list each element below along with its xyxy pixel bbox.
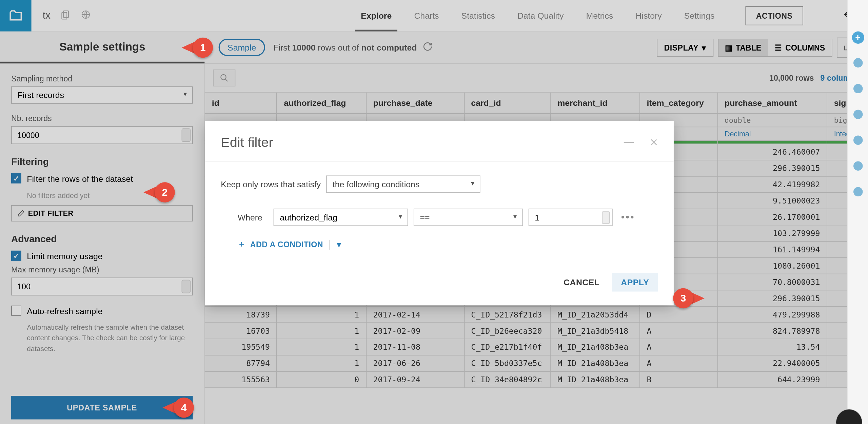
- view-table-button[interactable]: ▦TABLE: [718, 39, 768, 56]
- close-icon[interactable]: ✕: [650, 136, 658, 149]
- limit-memory-checkbox[interactable]: [11, 251, 21, 261]
- col-header[interactable]: merchant_id: [551, 93, 640, 114]
- grid-icon: ▦: [725, 43, 732, 52]
- col-header[interactable]: purchase_amount: [717, 93, 827, 114]
- svg-point-5: [853, 84, 863, 93]
- sample-info: First 10000 rows out of not computed: [273, 43, 417, 52]
- pencil-icon: [17, 210, 24, 217]
- search-icon: [220, 74, 229, 82]
- table-row[interactable]: 15556302017-09-24C_ID_34e804892cM_ID_21a…: [205, 371, 867, 388]
- chevron-down-icon[interactable]: ▾: [337, 240, 341, 249]
- callout-4: 4: [162, 398, 194, 418]
- tab-statistics[interactable]: Statistics: [461, 0, 495, 31]
- tab-settings[interactable]: Settings: [684, 0, 715, 31]
- limit-memory-label: Limit memory usage: [27, 251, 102, 261]
- filter-rows-checkbox[interactable]: [11, 173, 21, 184]
- col-header[interactable]: authorized_flag: [277, 93, 366, 114]
- display-button[interactable]: DISPLAY▾: [657, 38, 713, 56]
- filter-column-select[interactable]: authorized_flag: [274, 209, 408, 226]
- col-header[interactable]: purchase_date: [366, 93, 464, 114]
- dataset-name: tx: [43, 9, 51, 21]
- rail-clock-icon[interactable]: [851, 159, 865, 173]
- svg-point-9: [853, 187, 863, 197]
- tab-data-quality[interactable]: Data Quality: [517, 0, 564, 31]
- rail-list-icon[interactable]: [851, 82, 865, 95]
- col-type: double: [717, 114, 827, 127]
- sample-pill[interactable]: Sample: [219, 39, 265, 56]
- globe-icon[interactable]: [81, 9, 91, 21]
- tab-metrics[interactable]: Metrics: [586, 0, 613, 31]
- sampling-method-select[interactable]: First records: [11, 86, 193, 104]
- view-columns-button[interactable]: ☰COLUMNS: [768, 39, 832, 56]
- svg-point-3: [221, 75, 226, 80]
- value-spinner[interactable]: [602, 211, 610, 224]
- advanced-heading: Advanced: [11, 234, 193, 245]
- sample-settings-sidebar: Sampling method First records Nb. record…: [0, 64, 204, 424]
- edit-filter-modal: Edit filter — ✕ Keep only rows that sati…: [205, 121, 674, 305]
- max-memory-spinner[interactable]: [182, 280, 191, 293]
- modal-title: Edit filter: [221, 135, 273, 150]
- tab-charts[interactable]: Charts: [414, 0, 439, 31]
- col-header[interactable]: card_id: [464, 93, 551, 114]
- panel-title: Sample settings: [59, 40, 145, 53]
- auto-refresh-label: Auto-refresh sample: [27, 306, 102, 315]
- right-rail: +: [847, 0, 868, 424]
- filter-operator-select[interactable]: ==: [414, 209, 523, 226]
- max-memory-label: Max memory usage (MB): [11, 265, 193, 274]
- actions-button[interactable]: ACTIONS: [745, 6, 803, 25]
- filter-rows-label: Filter the rows of the dataset: [27, 174, 133, 183]
- satisfy-mode-select[interactable]: the following conditions: [327, 175, 481, 193]
- max-memory-input[interactable]: [11, 277, 193, 295]
- rail-info-icon[interactable]: [851, 56, 865, 70]
- nb-records-spinner[interactable]: [182, 129, 191, 142]
- svg-point-4: [853, 58, 863, 68]
- svg-rect-0: [63, 11, 68, 17]
- table-row[interactable]: 1670312017-02-09C_ID_b26eeca320M_ID_21a3…: [205, 323, 867, 339]
- cancel-button[interactable]: CANCEL: [555, 273, 609, 292]
- rail-add-button[interactable]: +: [852, 32, 864, 44]
- top-bar: tx Explore Charts Statistics Data Qualit…: [0, 0, 868, 32]
- more-options-icon[interactable]: •••: [621, 211, 635, 223]
- refresh-icon[interactable]: [422, 41, 433, 53]
- svg-rect-1: [62, 12, 67, 19]
- quality-bar: [717, 140, 827, 144]
- rail-chat-icon[interactable]: [851, 185, 865, 198]
- col-meaning[interactable]: Decimal: [717, 127, 827, 140]
- dataset-folder-icon[interactable]: [0, 0, 32, 31]
- second-bar: Sample settings Sample First 10000 rows …: [0, 32, 868, 64]
- filter-value-input[interactable]: 1: [529, 209, 613, 226]
- add-condition-button[interactable]: ＋ ADD A CONDITION │ ▾: [238, 239, 658, 250]
- svg-point-6: [853, 110, 863, 119]
- filtering-heading: Filtering: [11, 156, 193, 168]
- callout-1: 1: [182, 38, 213, 58]
- col-header[interactable]: id: [205, 93, 277, 114]
- copy-icon[interactable]: [61, 9, 71, 21]
- nb-records-label: Nb. records: [11, 114, 193, 123]
- table-row[interactable]: 1873912017-02-14C_ID_52178f21d3M_ID_21a2…: [205, 306, 867, 323]
- view-toggle: ▦TABLE ☰COLUMNS: [718, 38, 832, 56]
- tab-history[interactable]: History: [636, 0, 662, 31]
- minimize-icon[interactable]: —: [624, 136, 634, 149]
- row-col-counts: 10,000 rows 9 columns: [769, 74, 859, 82]
- col-header[interactable]: item_category: [640, 93, 717, 114]
- auto-refresh-checkbox[interactable]: [11, 306, 21, 316]
- plus-icon: ＋: [238, 239, 246, 250]
- search-button[interactable]: [213, 70, 235, 86]
- chevron-down-icon: ▾: [702, 43, 706, 52]
- list-icon: ☰: [775, 43, 782, 52]
- auto-refresh-desc: Automatically refresh the sample when th…: [27, 322, 193, 354]
- keep-rows-label: Keep only rows that satisfy: [221, 179, 321, 189]
- callout-2: 2: [143, 182, 175, 203]
- where-label: Where: [238, 212, 262, 222]
- rail-flask-icon[interactable]: [851, 133, 865, 147]
- tab-explore[interactable]: Explore: [361, 0, 392, 31]
- apply-button[interactable]: APPLY: [612, 273, 658, 292]
- rail-check-icon[interactable]: [851, 108, 865, 121]
- nb-records-input[interactable]: [11, 126, 193, 144]
- table-row[interactable]: 8779412017-06-26C_ID_5bd0337e5cM_ID_21a4…: [205, 355, 867, 371]
- nav-tabs: Explore Charts Statistics Data Quality M…: [355, 0, 868, 31]
- svg-point-7: [853, 135, 863, 145]
- sampling-method-label: Sampling method: [11, 74, 193, 83]
- edit-filter-button[interactable]: EDIT FILTER: [11, 205, 193, 221]
- table-row[interactable]: 19554912017-11-08C_ID_e217b1f40fM_ID_21a…: [205, 339, 867, 355]
